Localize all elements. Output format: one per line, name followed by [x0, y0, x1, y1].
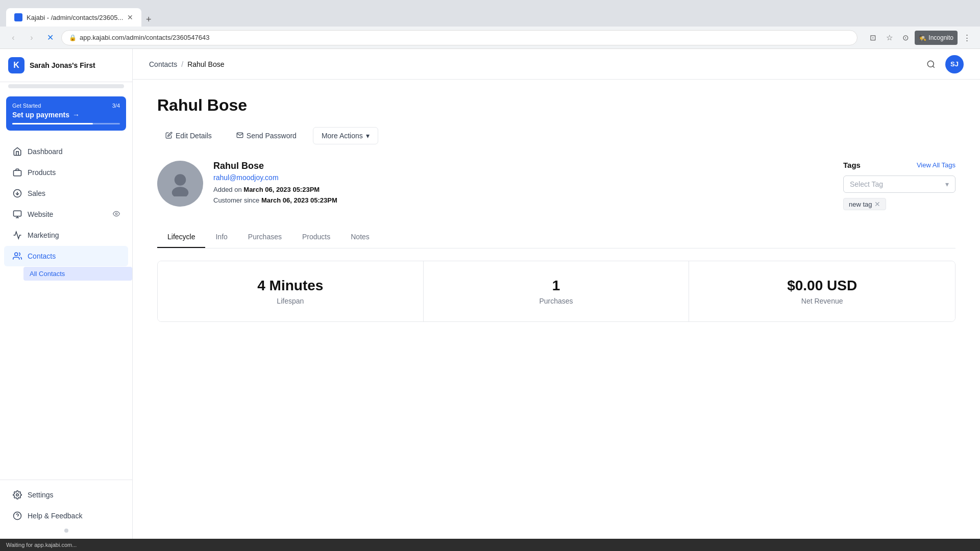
sidebar-item-label-sales: Sales — [28, 189, 45, 197]
sidebar-brand: Sarah Jonas's First — [30, 61, 95, 69]
svg-rect-3 — [14, 211, 21, 216]
tab-notes[interactable]: Notes — [340, 227, 380, 248]
svg-line-12 — [933, 66, 934, 67]
help-icon — [12, 511, 22, 521]
incognito-icon: 🕵 — [919, 34, 926, 41]
tags-select-chevron: ▾ — [945, 180, 949, 188]
sidebar-item-settings[interactable]: Settings — [4, 485, 128, 505]
sidebar-item-label-products: Products — [28, 168, 56, 177]
home-icon — [12, 146, 22, 157]
page-title: Rahul Bose — [157, 96, 955, 115]
user-avatar[interactable]: SJ — [945, 55, 964, 73]
breadcrumb-current-page: Rahul Bose — [187, 60, 224, 68]
stat-label-purchases: Purchases — [436, 297, 677, 305]
sidebar-item-label-contacts: Contacts — [28, 252, 56, 260]
sidebar-item-contacts[interactable]: Contacts — [4, 246, 128, 266]
cast-icon[interactable]: ⊡ — [866, 31, 880, 45]
browser-actions: ⊡ ☆ ⊙ 🕵 Incognito ⋮ — [866, 31, 974, 45]
stat-label-lifespan: Lifespan — [170, 297, 411, 305]
stats-grid: 4 Minutes Lifespan 1 Purchases $0.00 USD… — [157, 261, 955, 322]
tag-chip-remove-button[interactable]: ✕ — [874, 200, 880, 208]
sales-icon — [12, 188, 22, 198]
incognito-button[interactable]: 🕵 Incognito — [915, 31, 958, 45]
stat-card-purchases: 1 Purchases — [424, 261, 690, 321]
contacts-submenu: All Contacts — [23, 267, 132, 281]
stat-value-lifespan: 4 Minutes — [170, 278, 411, 294]
svg-point-13 — [175, 174, 186, 186]
top-bar: Contacts / Rahul Bose SJ — [133, 49, 980, 80]
back-button[interactable]: ‹ — [6, 31, 20, 45]
address-bar[interactable]: 🔒 app.kajabi.com/admin/contacts/23605476… — [61, 30, 857, 45]
breadcrumb: Contacts / Rahul Bose — [149, 60, 225, 68]
tags-select-dropdown[interactable]: Select Tag ▾ — [843, 176, 955, 193]
bookmark-icon[interactable]: ☆ — [882, 31, 896, 45]
tab-lifecycle[interactable]: Lifecycle — [157, 227, 205, 248]
chevron-down-icon: ▾ — [366, 132, 370, 140]
breadcrumb-separator: / — [181, 60, 183, 68]
tab-close-button[interactable]: ✕ — [127, 13, 133, 21]
sidebar-item-marketing[interactable]: Marketing — [4, 225, 128, 245]
svg-point-8 — [16, 494, 19, 496]
send-password-button[interactable]: Send Password — [228, 128, 305, 144]
scroll-indicator-top — [8, 84, 124, 88]
get-started-banner[interactable]: Get Started 3/4 Set up payments → — [6, 96, 126, 131]
tags-header: Tags View All Tags — [843, 161, 955, 169]
sidebar-bottom: Settings Help & Feedback — [0, 480, 132, 539]
edit-details-button[interactable]: Edit Details — [157, 128, 220, 144]
sidebar-item-dashboard[interactable]: Dashboard — [4, 141, 128, 162]
more-actions-label: More Actions — [322, 132, 363, 140]
tabs-bar: Lifecycle Info Purchases Products Notes — [157, 227, 955, 248]
stat-value-purchases: 1 — [436, 278, 677, 294]
sidebar-item-label-website: Website — [28, 210, 53, 218]
sidebar-item-sales[interactable]: Sales — [4, 183, 128, 204]
svg-point-14 — [172, 187, 189, 196]
page-content: Rahul Bose Edit Details Send Password Mo — [133, 80, 980, 539]
stat-value-revenue: $0.00 USD — [701, 278, 943, 294]
settings-icon — [12, 490, 22, 500]
tab-purchases[interactable]: Purchases — [238, 227, 292, 248]
sidebar-item-label-help: Help & Feedback — [28, 512, 82, 520]
contact-email[interactable]: rahul@moodjoy.com — [213, 173, 337, 182]
new-tab-button[interactable]: + — [141, 12, 156, 27]
sidebar-item-products[interactable]: Products — [4, 162, 128, 183]
menu-icon[interactable]: ⋮ — [960, 31, 974, 45]
reload-button[interactable]: ✕ — [43, 31, 57, 45]
url-text: app.kajabi.com/admin/contacts/2360547643 — [80, 34, 209, 41]
tags-select-placeholder: Select Tag — [850, 180, 883, 188]
contact-meta: Added on March 06, 2023 05:23PM Customer… — [213, 185, 337, 206]
profile-icon[interactable]: ⊙ — [898, 31, 913, 45]
view-all-tags-button[interactable]: View All Tags — [917, 161, 955, 169]
search-button[interactable] — [923, 56, 939, 72]
breadcrumb-contacts-link[interactable]: Contacts — [149, 60, 177, 68]
svg-point-11 — [927, 61, 934, 67]
sidebar-header: K Sarah Jonas's First — [0, 49, 132, 82]
stat-card-revenue: $0.00 USD Net Revenue — [689, 261, 955, 321]
get-started-progress-fill — [12, 123, 93, 124]
lock-icon: 🔒 — [69, 34, 77, 41]
sidebar-item-help[interactable]: Help & Feedback — [4, 506, 128, 526]
status-message: Waiting for app.kajabi.com... — [6, 542, 77, 548]
active-tab[interactable]: Kajabi - /admin/contacts/23605... ✕ — [6, 8, 141, 27]
tag-chip-label: new tag — [849, 201, 872, 208]
svg-point-7 — [15, 253, 18, 256]
svg-point-6 — [115, 213, 117, 215]
forward-button[interactable]: › — [24, 31, 39, 45]
tab-info[interactable]: Info — [205, 227, 237, 248]
sidebar-nav: Dashboard Products Sales Website — [0, 137, 132, 480]
status-bar: Waiting for app.kajabi.com... — [0, 539, 980, 551]
email-icon — [236, 132, 243, 140]
svg-rect-0 — [14, 170, 21, 176]
sidebar-sub-item-all-contacts[interactable]: All Contacts — [23, 267, 132, 281]
browser-chrome: Kajabi - /admin/contacts/23605... ✕ + — [0, 0, 980, 27]
more-actions-button[interactable]: More Actions ▾ — [313, 127, 378, 144]
sidebar-item-website[interactable]: Website — [4, 204, 128, 224]
added-date: March 06, 2023 05:23PM — [243, 186, 320, 193]
tab-title: Kajabi - /admin/contacts/23605... — [27, 14, 123, 21]
contact-details: Rahul Bose rahul@moodjoy.com Added on Ma… — [213, 161, 337, 206]
edit-details-label: Edit Details — [176, 132, 212, 140]
tags-title: Tags — [843, 161, 861, 169]
get-started-action: Set up payments → — [12, 111, 120, 119]
tab-products[interactable]: Products — [292, 227, 340, 248]
website-badge — [113, 210, 120, 219]
contact-section: Rahul Bose rahul@moodjoy.com Added on Ma… — [157, 161, 955, 210]
